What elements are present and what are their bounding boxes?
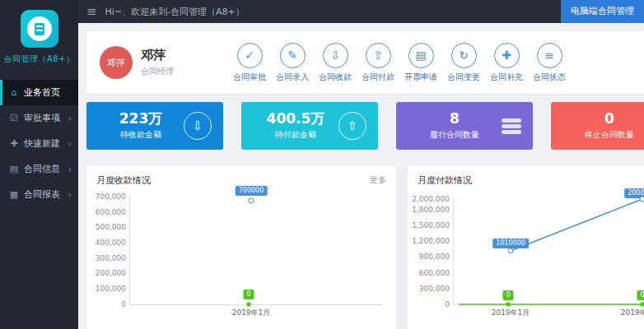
sidebar-item-label: 快速新建: [24, 137, 68, 150]
action-contract-supplement[interactable]: ✚ 合同补充: [485, 43, 528, 83]
data-point-label: 700000: [236, 186, 268, 196]
contract-receive-icon: ⇩: [323, 43, 348, 68]
stack-icon: [502, 118, 521, 134]
dashboard-content: 邓萍 邓萍 合同经理 ✓ 合同审批 ✎ 合同录入 ⇩: [78, 23, 644, 329]
user-role: 合同经理: [141, 66, 205, 77]
action-contract-receive[interactable]: ⇩ 合同收款: [314, 43, 357, 83]
x-axis-label: 2019年2月: [621, 308, 644, 318]
app-window: 合同管理（A8+） ⌂ 业务首页 ☑ 审批事项 › ✚ 快速新建 › ▤ 合同信…: [0, 0, 644, 329]
action-contract-pay[interactable]: ⇧ 合同付款: [357, 43, 399, 83]
contract-doc-icon: [35, 23, 44, 35]
stat-card-terminated-contracts: 0 终止合同数量: [551, 102, 644, 150]
invoice-request-icon: ▤: [408, 43, 434, 68]
monthly-receipts-chart: 月度收款情况 更多 700,000 600,000 500,000 400,00…: [86, 166, 396, 329]
stat-label: 待付款金额: [253, 129, 338, 141]
sidebar: 合同管理（A8+） ⌂ 业务首页 ☑ 审批事项 › ✚ 快速新建 › ▤ 合同信…: [0, 0, 78, 329]
data-point-label: 0: [243, 290, 254, 299]
main-area: ≡ Hi~、欢迎来到-合同管理（A8+） 电脑端合同管理 邓萍 邓萍 合同经理 …: [78, 0, 644, 329]
greeting-text: Hi~、欢迎来到-合同管理（A8+）: [105, 6, 245, 18]
more-link[interactable]: 更多: [370, 174, 386, 186]
topbar: ≡ Hi~、欢迎来到-合同管理（A8+） 电脑端合同管理: [78, 0, 644, 23]
x-axis-label: 2019年1月: [232, 308, 271, 318]
sidebar-item-contract-reports[interactable]: ▦ 合同报表 ›: [0, 182, 78, 207]
x-axis-label: 2019年1月: [492, 308, 530, 318]
action-contract-entry[interactable]: ✎ 合同录入: [271, 43, 314, 83]
stat-card-pending-payable: 400.5万 待付款金额 ⇧: [241, 102, 378, 150]
user-card: 邓萍 邓萍 合同经理 ✓ 合同审批 ✎ 合同录入 ⇩: [86, 31, 644, 94]
data-point-label: 0: [637, 290, 644, 300]
action-contract-approve[interactable]: ✓ 合同审批: [228, 43, 271, 83]
stat-value: 0: [562, 111, 644, 127]
sidebar-item-label: 合同报表: [24, 188, 68, 201]
sidebar-item-contract-info[interactable]: ▤ 合同信息 ›: [0, 156, 78, 182]
chart-title: 月度收款情况: [96, 174, 151, 187]
stat-value: 223万: [98, 111, 184, 127]
stat-label: 履行合同数量: [408, 129, 502, 141]
stat-value: 400.5万: [253, 111, 338, 127]
charts-row: 月度收款情况 更多 700,000 600,000 500,000 400,00…: [86, 166, 644, 329]
sidebar-item-label: 业务首页: [24, 86, 72, 99]
app-logo-icon: [21, 10, 58, 48]
action-contract-status[interactable]: ≡ 合同状态: [528, 43, 571, 83]
y-tick: 0: [91, 300, 126, 308]
app-logo: 合同管理（A8+）: [0, 0, 78, 70]
desktop-contract-management-tab[interactable]: 电脑端合同管理: [561, 0, 644, 23]
approval-icon: ☑: [8, 113, 20, 123]
y-tick: 400,000: [91, 239, 126, 247]
document-icon: ▤: [8, 164, 20, 174]
data-point-marker: [506, 303, 511, 307]
receive-circle-icon: ⇩: [184, 112, 212, 140]
user-name: 邓萍: [141, 48, 205, 63]
stats-row: 223万 待收款金额 ⇩ 400.5万 待付款金额 ⇧ 8 履行合同数量: [86, 102, 644, 150]
y-tick: 300,000: [91, 254, 126, 262]
contract-status-icon: ≡: [537, 43, 562, 68]
sidebar-item-business-home[interactable]: ⌂ 业务首页: [0, 80, 78, 105]
chevron-right-icon: ›: [68, 113, 72, 124]
contract-entry-icon: ✎: [280, 43, 306, 68]
monthly-payments-chart: 月度付款情况 更多 2,000,000 1,800,000 1,500,000 …: [408, 166, 644, 329]
stat-label: 终止合同数量: [562, 129, 644, 141]
action-contract-change[interactable]: ↻ 合同变更: [442, 43, 485, 83]
plus-icon: ✚: [8, 138, 20, 149]
contract-change-icon: ↻: [451, 43, 477, 68]
data-point-marker: [247, 303, 251, 307]
data-point-marker: [249, 198, 254, 204]
sidebar-item-quick-create[interactable]: ✚ 快速新建 ›: [0, 131, 78, 156]
data-point-marker: [641, 303, 644, 307]
stat-card-active-contracts: 8 履行合同数量: [396, 102, 533, 150]
chevron-right-icon: ›: [68, 164, 72, 175]
hamburger-menu-icon[interactable]: ≡: [78, 4, 105, 19]
home-icon: ⌂: [8, 87, 20, 98]
y-axis-line: [129, 196, 130, 304]
y-tick: 100,000: [91, 285, 126, 293]
quick-actions: ✓ 合同审批 ✎ 合同录入 ⇩ 合同收款 ⇧ 合同付款: [228, 43, 571, 83]
data-point-marker: [640, 197, 644, 202]
y-tick: 700,000: [91, 192, 126, 201]
y-tick: 200,000: [91, 269, 126, 277]
chevron-right-icon: ›: [68, 138, 72, 150]
chevron-right-icon: ›: [68, 189, 72, 201]
x-axis-line: [129, 304, 383, 305]
pay-circle-icon: ⇧: [338, 112, 366, 140]
contract-supplement-icon: ✚: [494, 43, 520, 68]
stat-value: 8: [408, 111, 502, 127]
sidebar-item-label: 审批事项: [24, 112, 68, 124]
avatar: 邓萍: [100, 46, 133, 79]
data-point-label: 1010000: [492, 239, 529, 248]
sidebar-item-approvals[interactable]: ☑ 审批事项 ›: [0, 105, 78, 131]
sidebar-item-label: 合同信息: [24, 163, 68, 175]
y-tick: 600,000: [91, 208, 126, 216]
app-logo-label: 合同管理（A8+）: [0, 53, 78, 65]
report-icon: ▦: [8, 189, 20, 200]
sidebar-menu: ⌂ 业务首页 ☑ 审批事项 › ✚ 快速新建 › ▤ 合同信息 › ▦ 合同报表: [0, 80, 78, 207]
contract-pay-icon: ⇧: [366, 43, 391, 68]
y-tick: 500,000: [91, 223, 126, 231]
stat-label: 待收款金额: [98, 129, 184, 141]
data-point-marker: [508, 248, 514, 254]
action-invoice-request[interactable]: ▤ 开票申请: [399, 43, 442, 83]
stat-card-pending-receivable: 223万 待收款金额 ⇩: [86, 102, 223, 150]
data-point-label: 0: [502, 290, 513, 300]
contract-approve-icon: ✓: [237, 43, 263, 68]
